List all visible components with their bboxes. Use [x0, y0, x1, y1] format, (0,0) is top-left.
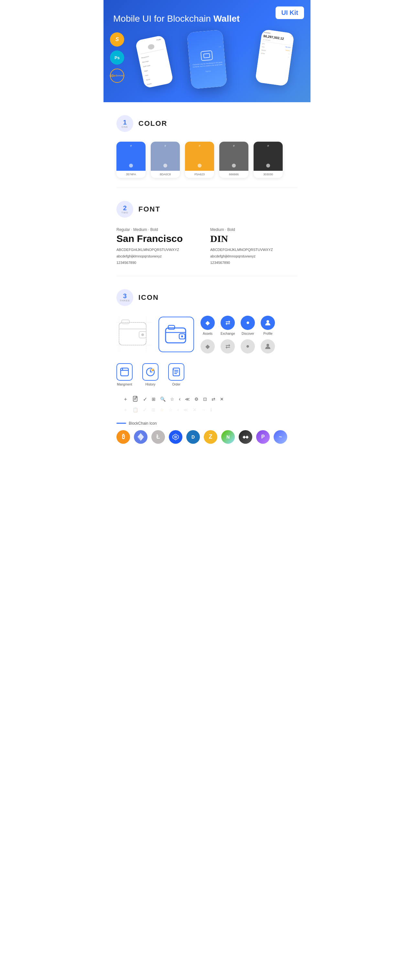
font-section-header: 2 TWO FONT — [116, 201, 298, 218]
plus-icon[interactable]: ＋ — [123, 396, 128, 402]
icon-section-title: ICON — [139, 293, 159, 302]
ui-kit-badge: UI Kit — [275, 6, 304, 19]
management-label: Mangment — [117, 383, 132, 386]
star-icon-gray: ☆ — [169, 407, 173, 412]
wallet-wireframe — [116, 317, 152, 352]
icon-construction-grid: ◆ Assets ⇄ Exchange ● Discover — [116, 316, 298, 353]
pol-icon: P — [256, 430, 270, 444]
nav-icons-gray-row: ◆ ⇄ ● — [201, 339, 275, 353]
history-icon — [142, 363, 158, 381]
nav-icons-group: ◆ Assets ⇄ Exchange ● Discover — [201, 316, 275, 353]
back-icon: ‹ — [179, 396, 180, 402]
eth-icon — [134, 430, 148, 444]
zcash-icon: Z — [204, 430, 217, 444]
nav-icon-assets-gray: ◆ — [201, 339, 215, 353]
phone-right: myWallet+ $6,297,502.12 ▲ 0.0123451 BTC7… — [255, 29, 295, 86]
close-icon: ✕ — [220, 396, 224, 402]
crypto-icons-row: ₿ Ł D Z N ◆◆ P ~ — [116, 430, 298, 444]
color-swatch-dark: # 303030 — [253, 142, 283, 178]
history-label: History — [145, 383, 155, 386]
nav-icon-discover-gray: ● — [240, 339, 255, 353]
font-sf: Regular · Medium · Bold San Francisco AB… — [116, 228, 204, 266]
band-icon: ~ — [274, 430, 287, 444]
color-swatch-slate: # 8DA0C8 — [151, 142, 180, 178]
nav-icon-exchange: ⇄ Exchange — [221, 316, 235, 336]
color-section-title: COLOR — [139, 119, 167, 128]
nav-icon-discover: ● Discover — [240, 316, 255, 336]
share-icon-gray: ≪ — [183, 407, 188, 412]
phone-left: Profile Mangment Message Reff Code Night… — [135, 35, 174, 88]
share-icon: ≪ — [185, 396, 190, 402]
iota-icon: ◆◆ — [239, 430, 252, 444]
settings-icon: ⚙ — [194, 396, 199, 402]
swap-icon-gray: ℹ — [210, 407, 212, 412]
app-icons-row: Mangment History — [116, 363, 298, 414]
svg-marker-36 — [174, 435, 177, 439]
search-icon-gray: ☆ — [160, 407, 164, 412]
export-icon: ⊡ — [203, 396, 207, 402]
order-icon — [168, 363, 184, 381]
blockchain-label-row: BlockChain Icon — [116, 421, 298, 426]
dash-icon: D — [186, 430, 200, 444]
management-icon — [116, 363, 132, 381]
misc-icons-group: ＋ ✓ ⊞ 🔍 ☆ ‹ ≪ ⚙ ⊡ ⇄ — [123, 396, 224, 414]
font-section-num: 2 TWO — [116, 201, 133, 218]
ltc-icon: Ł — [151, 430, 165, 444]
search-icon: 🔍 — [160, 396, 166, 402]
svg-rect-9 — [166, 328, 186, 343]
back-icon-gray: ‹ — [177, 407, 179, 413]
neo-icon: N — [221, 430, 235, 444]
nav-icon-profile: Profile — [261, 316, 275, 336]
grid-icon: ⊞ — [152, 396, 156, 402]
svg-rect-10 — [168, 325, 175, 329]
icon-section: 3 THREE ICON — [104, 276, 310, 453]
check-icon-gray: ✓ — [143, 407, 147, 413]
grid-icon-gray: ⊞ — [151, 407, 155, 412]
order-label: Order — [172, 383, 180, 386]
hero-section: Mobile UI for Blockchain Wallet UI Kit S… — [104, 0, 310, 102]
color-section: 1 ONE COLOR # 3574FA # 8DA0C8 # F5A623 — [104, 102, 310, 188]
svg-point-13 — [181, 336, 183, 337]
blockchain-label: BlockChain Icon — [129, 421, 157, 426]
wallet-icon-colored — [158, 317, 194, 352]
doc-icon-gray: 📋 — [132, 407, 138, 412]
btc-icon: ₿ — [116, 430, 130, 444]
fonts-grid: Regular · Medium · Bold San Francisco AB… — [116, 228, 298, 266]
svg-rect-1 — [122, 320, 129, 324]
color-swatches-grid: # 3574FA # 8DA0C8 # F5A623 # 666666 — [116, 142, 298, 178]
color-swatch-orange: # F5A623 — [185, 142, 214, 178]
star-icon: ☆ — [170, 396, 174, 402]
check-icon: ✓ — [143, 396, 147, 402]
blockchain-line — [116, 423, 126, 424]
phone-mockups: Profile Mangment Message Reff Code Night… — [113, 31, 301, 83]
nav-icon-assets: ◆ Assets — [201, 316, 215, 336]
icon-section-header: 3 THREE ICON — [116, 289, 298, 306]
doc-icon — [132, 396, 139, 402]
icon-section-num: 3 THREE — [116, 289, 133, 306]
history-icon-group: History — [142, 363, 158, 386]
nav-icons-active-row: ◆ Assets ⇄ Exchange ● Discover — [201, 316, 275, 336]
phone-center: + × Character may be manifested in the g… — [187, 30, 228, 89]
hero-title: Mobile UI for Blockchain Wallet — [113, 13, 301, 25]
order-icon-group: Order — [168, 363, 184, 386]
font-section-title: FONT — [139, 205, 161, 213]
nav-icon-exchange-gray: ⇄ — [221, 339, 235, 353]
font-section: 2 TWO FONT Regular · Medium · Bold San F… — [104, 188, 310, 275]
svg-rect-16 — [121, 368, 128, 376]
management-icon-group: Mangment — [116, 363, 132, 386]
svg-point-15 — [266, 344, 269, 347]
misc-icons-active: ＋ ✓ ⊞ 🔍 ☆ ‹ ≪ ⚙ ⊡ ⇄ — [123, 396, 224, 402]
plus-icon-gray: ＋ — [123, 407, 128, 414]
color-section-num: 1 ONE — [116, 115, 133, 132]
swap-icon: ⇄ — [212, 396, 215, 402]
color-section-header: 1 ONE COLOR — [116, 115, 298, 132]
color-swatch-gray: # 666666 — [219, 142, 248, 178]
settings-icon-gray: ✕ — [193, 407, 197, 412]
svg-point-14 — [266, 320, 269, 323]
color-swatch-blue: # 3574FA — [116, 142, 145, 178]
font-din: Medium · Bold DIN ABCDEFGHIJKLMNOPQRSTUV… — [210, 228, 298, 266]
svg-point-8 — [141, 334, 144, 336]
nav-icon-profile-gray — [261, 339, 275, 353]
export-icon-gray: → — [201, 407, 206, 412]
misc-icons-gray: ＋ 📋 ✓ ⊞ ☆ ☆ ‹ ≪ ✕ → ℹ — [123, 407, 224, 414]
